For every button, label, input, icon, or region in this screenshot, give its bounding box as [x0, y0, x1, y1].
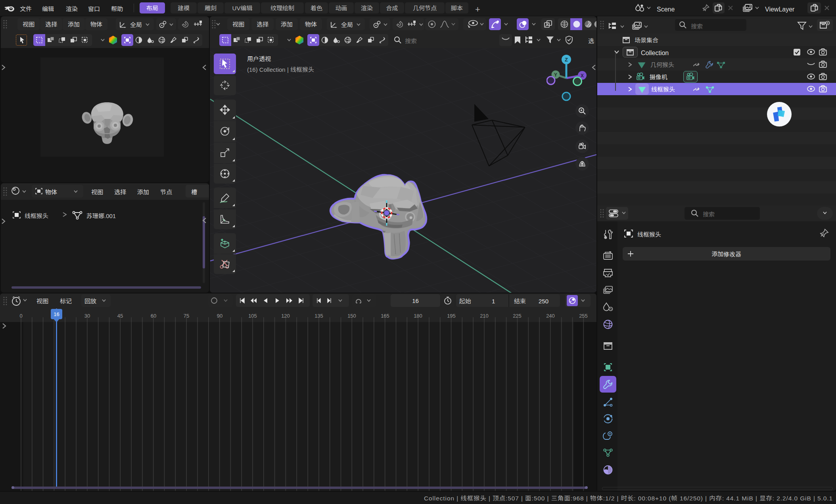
svg-text:Z: Z	[565, 57, 568, 63]
svg-text:X: X	[581, 73, 584, 79]
svg-text:Y: Y	[554, 72, 557, 78]
